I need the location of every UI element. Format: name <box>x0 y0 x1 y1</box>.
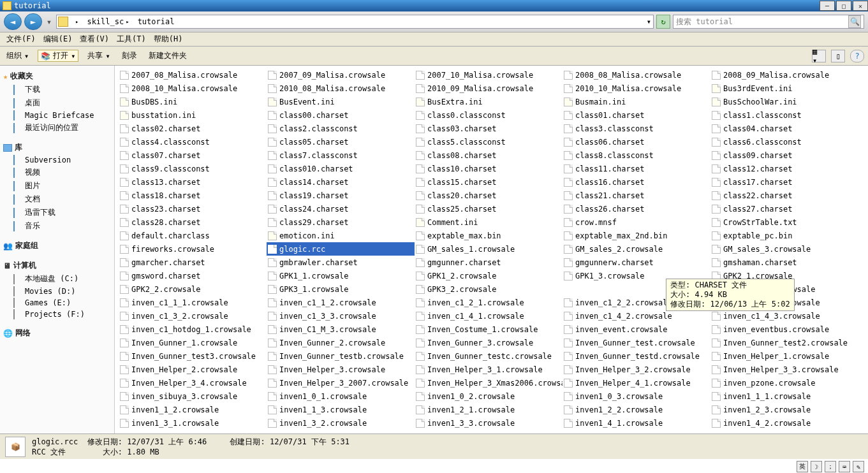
file-item[interactable]: inven_c1_4_2.crowsale <box>563 309 710 323</box>
file-item[interactable]: Inven_Helper_3.crowsale <box>267 363 415 376</box>
file-item[interactable]: class6.classconst <box>710 135 858 149</box>
sidebar-item[interactable]: 下载 <box>2 83 112 96</box>
file-item[interactable]: 2010_10_Malisa.crowsale <box>563 82 710 95</box>
search-icon[interactable]: 🔍 <box>848 15 861 28</box>
file-item[interactable]: class26.charset <box>563 202 710 215</box>
file-item[interactable]: gmarcher.charset <box>119 256 267 269</box>
file-item[interactable]: Inven_Helper_1.crowsale <box>710 349 858 363</box>
file-item[interactable]: inven1_1_3.crowsale <box>267 403 415 416</box>
breadcrumb-segment[interactable]: ▸ <box>70 15 83 28</box>
file-item[interactable]: inven_eventbus.crowsale <box>710 323 858 336</box>
file-item[interactable]: class06.charset <box>563 135 710 149</box>
file-item[interactable]: Inven_Gunner_1.crowsale <box>119 336 267 349</box>
file-item[interactable]: 2007_09_Malisa.crowsale <box>267 68 415 82</box>
file-item[interactable]: CrowStrTable.txt <box>710 215 858 229</box>
file-item[interactable]: inven_c1_2_1.crowsale <box>415 296 563 309</box>
ime-keyboard-icon[interactable]: ⌨ <box>839 461 850 472</box>
sidebar-item[interactable]: Movies (D:) <box>2 286 112 297</box>
file-item[interactable]: class10.charset <box>415 162 563 175</box>
file-item[interactable]: inven_c1_3_2.crowsale <box>119 309 267 323</box>
file-item[interactable]: Inven_Gunner_testb.crowsale <box>267 349 415 363</box>
menu-view[interactable]: 查看(V) <box>76 34 113 45</box>
file-item[interactable]: gmshaman.charset <box>710 256 858 269</box>
file-item[interactable]: class07.charset <box>119 149 267 162</box>
file-item[interactable]: inven1_1_1.crowsale <box>710 389 858 403</box>
file-item[interactable]: class04.charset <box>710 122 858 135</box>
file-item[interactable]: Bus3rdEvent.ini <box>710 82 858 95</box>
file-item[interactable]: inven_c1_1_1.crowsale <box>119 296 267 309</box>
file-item[interactable]: class15.charset <box>415 175 563 189</box>
file-item[interactable]: 2007_08_Malisa.crowsale <box>119 68 267 82</box>
file-item[interactable]: Inven_Gunner_test.crowsale <box>563 336 710 349</box>
menu-edit[interactable]: 编辑(E) <box>40 34 77 45</box>
file-item[interactable]: class29.charset <box>267 215 415 229</box>
file-item[interactable]: class16.charset <box>563 175 710 189</box>
minimize-button[interactable]: ─ <box>820 1 835 11</box>
file-item[interactable]: class5.classconst <box>415 135 563 149</box>
file-item[interactable]: class18.charset <box>119 189 267 202</box>
file-item[interactable]: GPK2_2.crowsale <box>119 282 267 296</box>
close-button[interactable]: ✕ <box>853 1 868 11</box>
file-item[interactable]: inven_pzone.crowsale <box>710 376 858 389</box>
file-item[interactable]: gmgunnerw.charset <box>563 256 710 269</box>
maximize-button[interactable]: □ <box>836 1 851 11</box>
file-item[interactable]: Inven_Gunner_2.crowsale <box>267 336 415 349</box>
file-item[interactable]: inven1_3_2.crowsale <box>267 416 415 430</box>
file-item[interactable]: class010.charset <box>267 162 415 175</box>
breadcrumb-segment[interactable]: tutorial <box>134 15 179 28</box>
file-item[interactable]: GM_sales_3.crowsale <box>710 242 858 256</box>
file-item[interactable]: inven1_2_1.crowsale <box>415 403 563 416</box>
sidebar-item[interactable]: 视频 <box>2 166 112 179</box>
menu-tools[interactable]: 工具(T) <box>113 34 150 45</box>
refresh-button[interactable]: ↻ <box>656 15 670 29</box>
file-item[interactable]: inven_event.crowsale <box>563 323 710 336</box>
menu-help[interactable]: 帮助(H) <box>150 34 187 45</box>
file-item[interactable]: class7.classconst <box>267 149 415 162</box>
file-item[interactable]: Inven_Helper_2.crowsale <box>119 363 267 376</box>
preview-pane-button[interactable]: ▯ <box>831 50 845 62</box>
breadcrumb-segment[interactable]: skill_sc▸ <box>83 15 133 28</box>
file-item[interactable]: Busmain.ini <box>563 95 710 108</box>
file-item[interactable]: gmsword.charset <box>119 269 267 282</box>
sidebar-item[interactable]: 音乐 <box>2 219 112 233</box>
file-item[interactable]: inven1_0_3.crowsale <box>563 389 710 403</box>
sidebar-item[interactable]: 桌面 <box>2 96 112 110</box>
file-item[interactable]: class05.charset <box>267 135 415 149</box>
file-item[interactable]: default.charclass <box>119 229 267 242</box>
view-mode-button[interactable]: ▦ ▾ <box>812 50 826 62</box>
help-button[interactable]: ? <box>850 50 864 62</box>
file-item[interactable]: Inven_Helper_3_2.crowsale <box>563 363 710 376</box>
file-item[interactable]: crow.mnsf <box>563 215 710 229</box>
file-item[interactable]: class3.classconst <box>563 122 710 135</box>
file-item[interactable]: Inven_Gunner_testd.crowsale <box>563 349 710 363</box>
file-item[interactable]: class0.classconst <box>415 108 563 122</box>
forward-button[interactable]: ► <box>24 13 42 30</box>
file-item[interactable]: class02.charset <box>119 122 267 135</box>
sidebar-item[interactable]: Projects (F:) <box>2 309 112 320</box>
breadcrumb[interactable]: ▸ skill_sc▸ tutorial ▾ <box>56 15 654 29</box>
organize-button[interactable]: 组织 ▾ <box>4 50 31 61</box>
ime-lang-button[interactable]: 英 <box>797 461 808 472</box>
file-item[interactable]: inven1_3_1.crowsale <box>119 416 267 430</box>
file-item[interactable]: class27.charset <box>710 202 858 215</box>
file-item[interactable]: Inven_Costume_1.crowsale <box>415 323 563 336</box>
file-item[interactable]: Inven_Gunner_3.crowsale <box>415 336 563 349</box>
file-item[interactable]: class2.classconst <box>267 122 415 135</box>
sidebar-item[interactable]: Magic Briefcase <box>2 110 112 121</box>
file-item[interactable]: inven_c1_hotdog_1.crowsale <box>119 323 267 336</box>
file-item[interactable]: class21.charset <box>563 189 710 202</box>
file-item[interactable]: emoticon.ini <box>267 229 415 242</box>
file-item[interactable]: exptable_pc.bin <box>710 229 858 242</box>
file-item[interactable]: class17.charset <box>710 175 858 189</box>
sidebar-item[interactable]: Games (E:) <box>2 297 112 309</box>
file-item[interactable]: inven1_1_2.crowsale <box>119 403 267 416</box>
file-item[interactable]: 2008_10_Malisa.crowsale <box>119 82 267 95</box>
file-item[interactable]: class28.charset <box>119 215 267 229</box>
chevron-down-icon[interactable]: ▾ <box>647 17 651 26</box>
file-item[interactable]: 2008_09_Malisa.crowsale <box>710 68 858 82</box>
file-item[interactable]: GPK3_2.crowsale <box>415 282 563 296</box>
file-item[interactable]: BusDBS.ini <box>119 95 267 108</box>
file-item[interactable]: inven1_3_3.crowsale <box>415 416 563 430</box>
file-item[interactable]: inven_c1_3_3.crowsale <box>267 309 415 323</box>
file-item[interactable]: class08.charset <box>415 149 563 162</box>
